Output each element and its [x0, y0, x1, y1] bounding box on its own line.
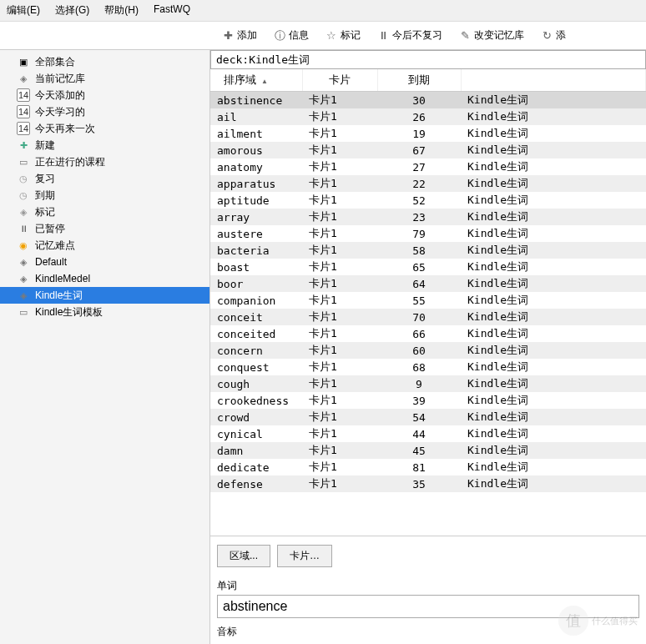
cell-card: 卡片1	[302, 292, 377, 309]
sidebar-item-label: 到期	[35, 189, 55, 203]
table-row[interactable]: boast卡片165Kindle生词	[210, 259, 646, 275]
table-row[interactable]: bacteria卡片158Kindle生词	[210, 242, 646, 259]
col-due[interactable]: 到期	[377, 69, 461, 92]
search-input[interactable]	[210, 50, 646, 69]
cell-due: 68	[377, 359, 461, 375]
sidebar-item-8[interactable]: ◷到期	[0, 187, 209, 204]
cell-due: 58	[377, 242, 461, 259]
cell-due: 45	[377, 442, 461, 459]
table-row[interactable]: crowd卡片154Kindle生词	[210, 409, 646, 425]
sidebar-item-label: Default	[35, 256, 67, 268]
cell-word: defense	[210, 475, 302, 492]
cell-deck: Kindle生词	[461, 459, 646, 475]
cell-word: aptitude	[210, 192, 302, 209]
sidebar-item-11[interactable]: ◉记忆难点	[0, 237, 209, 254]
sidebar-item-6[interactable]: ▭正在进行的课程	[0, 153, 209, 170]
toolbar: ✚添加 ⓘ信息 ☆标记 ⏸今后不复习 ✎改变记忆库 ↻添	[0, 22, 646, 50]
book-icon: ▭	[17, 155, 30, 169]
cell-card: 卡片1	[302, 108, 377, 125]
fields-button[interactable]: 区域...	[217, 545, 270, 567]
mark-button[interactable]: ☆标记	[320, 27, 366, 44]
sidebar-item-7[interactable]: ◷复习	[0, 170, 209, 187]
menu-edit[interactable]: 编辑(E)	[7, 3, 40, 18]
cell-word: dedicate	[210, 459, 302, 475]
cell-due: 23	[377, 209, 461, 225]
table-row[interactable]: aptitude卡片152Kindle生词	[210, 192, 646, 209]
cell-deck: Kindle生词	[461, 475, 646, 492]
cell-deck: Kindle生词	[461, 108, 646, 125]
table-row[interactable]: companion卡片155Kindle生词	[210, 292, 646, 309]
menu-help[interactable]: 帮助(H)	[104, 3, 139, 18]
cell-word: apparatus	[210, 175, 302, 192]
table-row[interactable]: concern卡片160Kindle生词	[210, 342, 646, 359]
table-row[interactable]: crookedness卡片139Kindle生词	[210, 392, 646, 409]
cell-word: crookedness	[210, 392, 302, 409]
cell-deck: Kindle生词	[461, 325, 646, 342]
table-row[interactable]: abstinence卡片130Kindle生词	[210, 92, 646, 109]
col-card[interactable]: 卡片	[302, 69, 377, 92]
sidebar-item-14[interactable]: ◈Kindle生词	[0, 287, 209, 304]
col-deck[interactable]	[461, 69, 646, 92]
sidebar-item-10[interactable]: ⏸已暂停	[0, 220, 209, 237]
table-row[interactable]: cynical卡片144Kindle生词	[210, 425, 646, 442]
sidebar-item-3[interactable]: 14今天学习的	[0, 103, 209, 120]
cell-due: 9	[377, 375, 461, 392]
table-row[interactable]: conceit卡片170Kindle生词	[210, 309, 646, 325]
table-row[interactable]: boor卡片164Kindle生词	[210, 275, 646, 292]
table-row[interactable]: damn卡片145Kindle生词	[210, 442, 646, 459]
change-deck-button[interactable]: ✎改变记忆库	[454, 27, 529, 44]
table-row[interactable]: conceited卡片166Kindle生词	[210, 325, 646, 342]
suspend-label: 今后不复习	[392, 28, 442, 43]
cell-word: abstinence	[210, 92, 302, 109]
clock-icon: ◷	[17, 189, 30, 202]
suspend-button[interactable]: ⏸今后不复习	[372, 27, 447, 44]
table-row[interactable]: apparatus卡片122Kindle生词	[210, 175, 646, 192]
cell-card: 卡片1	[302, 359, 377, 375]
cell-due: 67	[377, 142, 461, 158]
bulb-icon: ◉	[17, 239, 30, 252]
sidebar-item-5[interactable]: ✚新建	[0, 137, 209, 153]
deck-icon: ◈	[17, 72, 30, 85]
table-row[interactable]: conquest卡片168Kindle生词	[210, 359, 646, 375]
table-row[interactable]: defense卡片135Kindle生词	[210, 475, 646, 492]
sidebar-item-2[interactable]: 14今天添加的	[0, 87, 209, 103]
sidebar-item-9[interactable]: ◈标记	[0, 204, 209, 220]
table-row[interactable]: ail卡片126Kindle生词	[210, 108, 646, 125]
pause-icon: ⏸	[17, 222, 30, 235]
search-bar	[210, 50, 646, 69]
info-button[interactable]: ⓘ信息	[269, 27, 314, 44]
field-word-label: 单词	[217, 579, 639, 593]
cell-word: conceited	[210, 325, 302, 342]
cell-deck: Kindle生词	[461, 359, 646, 375]
table-row[interactable]: array卡片123Kindle生词	[210, 209, 646, 225]
cell-card: 卡片1	[302, 192, 377, 209]
add-button[interactable]: ✚添加	[217, 27, 262, 44]
cal-icon: 14	[17, 105, 30, 118]
col-sort-field[interactable]: 排序域▲	[210, 69, 302, 92]
menu-select[interactable]: 选择(G)	[55, 3, 89, 18]
cell-deck: Kindle生词	[461, 192, 646, 209]
table-row[interactable]: anatomy卡片127Kindle生词	[210, 158, 646, 175]
add2-label: 添	[556, 28, 566, 43]
table-row[interactable]: amorous卡片167Kindle生词	[210, 142, 646, 158]
table-row[interactable]: ailment卡片119Kindle生词	[210, 125, 646, 142]
table-row[interactable]: austere卡片179Kindle生词	[210, 225, 646, 242]
cell-card: 卡片1	[302, 325, 377, 342]
cell-word: amorous	[210, 142, 302, 158]
sidebar-item-1[interactable]: ◈当前记忆库	[0, 70, 209, 87]
cell-word: ail	[210, 108, 302, 125]
sidebar-item-13[interactable]: ◈KindleMedel	[0, 270, 209, 287]
table-row[interactable]: cough卡片19Kindle生词	[210, 375, 646, 392]
sidebar-item-15[interactable]: ▭Kindle生词模板	[0, 304, 209, 320]
info-label: 信息	[289, 28, 309, 43]
sidebar-item-0[interactable]: ▣全部集合	[0, 53, 209, 70]
tag-icon: ◈	[17, 205, 30, 219]
cards-button[interactable]: 卡片…	[277, 545, 332, 567]
menu-fastwq[interactable]: FastWQ	[154, 3, 190, 18]
table-row[interactable]: dedicate卡片181Kindle生词	[210, 459, 646, 475]
sidebar-item-label: Kindle生词模板	[35, 305, 103, 319]
sidebar-item-4[interactable]: 14今天再来一次	[0, 120, 209, 137]
add-partial-button[interactable]: ↻添	[536, 27, 571, 44]
sidebar-item-12[interactable]: ◈Default	[0, 254, 209, 270]
sidebar-item-label: 已暂停	[35, 222, 65, 236]
